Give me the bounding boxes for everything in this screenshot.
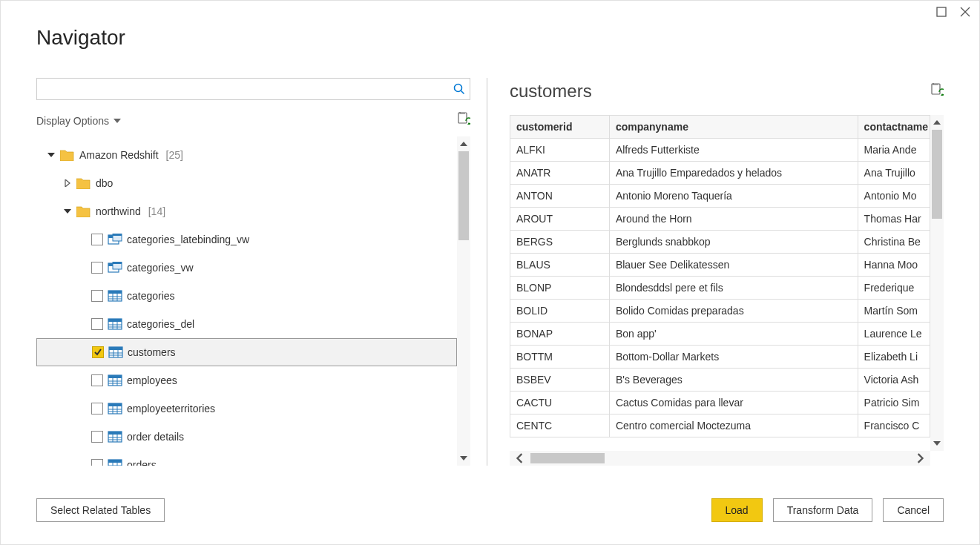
- checkbox[interactable]: [91, 403, 103, 414]
- table-cell: Maria Ande: [858, 139, 930, 162]
- tree-node-table[interactable]: customers: [36, 338, 457, 366]
- tree-node-table[interactable]: categories: [36, 282, 457, 310]
- column-header[interactable]: customerid: [510, 116, 610, 139]
- table-cell: BOLID: [510, 300, 610, 323]
- table-row[interactable]: ANATRAna Trujillo Emparedados y heladosA…: [510, 162, 930, 185]
- table-row[interactable]: BSBEVB's BeveragesVictoria Ash: [510, 369, 930, 392]
- svg-rect-0: [937, 7, 946, 16]
- tree-node-table[interactable]: orders: [36, 451, 457, 466]
- tree-scrollbar[interactable]: [457, 136, 470, 466]
- load-button[interactable]: Load: [711, 498, 763, 522]
- tree-node-table[interactable]: categories_latebinding_vw: [36, 225, 457, 254]
- column-header[interactable]: companyname: [609, 116, 858, 139]
- caret-expanded-icon: [63, 208, 72, 215]
- table-cell: BOTTM: [510, 346, 610, 369]
- tree-node-label: categories_vw: [127, 262, 194, 274]
- checkbox[interactable]: [91, 290, 103, 302]
- column-header[interactable]: contactname: [858, 116, 930, 139]
- table-row[interactable]: BLAUSBlauer See DelikatessenHanna Moo: [510, 254, 930, 277]
- svg-marker-66: [933, 441, 941, 446]
- table-cell: ANATR: [510, 162, 610, 185]
- table-row[interactable]: BOLIDBolido Comidas preparadasMartín Som: [510, 300, 930, 323]
- scroll-right-icon[interactable]: [910, 453, 930, 463]
- scroll-up-icon[interactable]: [459, 136, 468, 151]
- view-icon: [108, 234, 122, 245]
- svg-rect-20: [108, 291, 122, 294]
- scroll-down-icon[interactable]: [459, 451, 468, 466]
- tree-node-table[interactable]: categories_del: [36, 310, 457, 338]
- preview-title: customers: [510, 81, 592, 102]
- tree-node-table[interactable]: employeeterritories: [36, 394, 457, 423]
- folder-icon: [76, 177, 91, 189]
- svg-point-3: [455, 85, 462, 92]
- grid-horizontal-scrollbar[interactable]: [510, 451, 930, 466]
- chevron-down-icon: [114, 115, 121, 127]
- checkbox[interactable]: [92, 346, 104, 358]
- svg-rect-56: [108, 460, 122, 463]
- search-input[interactable]: [37, 80, 449, 98]
- table-cell: BLAUS: [510, 254, 610, 277]
- tree-node-table[interactable]: categories_vw: [36, 254, 457, 282]
- scrollbar-thumb[interactable]: [458, 151, 469, 240]
- table-row[interactable]: ANTONAntonio Moreno TaqueríaAntonio Mo: [510, 185, 930, 208]
- checkbox[interactable]: [91, 234, 103, 245]
- table-row[interactable]: CACTUCactus Comidas para llevarPatricio …: [510, 392, 930, 414]
- scroll-down-icon[interactable]: [933, 436, 941, 451]
- table-cell: Victoria Ash: [858, 369, 930, 392]
- tree-node-table[interactable]: order details: [36, 423, 457, 451]
- table-row[interactable]: BONAPBon app'Laurence Le: [510, 323, 930, 346]
- folder-icon: [76, 205, 91, 217]
- table-icon: [108, 431, 122, 443]
- svg-marker-65: [933, 120, 941, 125]
- maximize-button[interactable]: [936, 7, 947, 17]
- cancel-button[interactable]: Cancel: [883, 498, 944, 522]
- svg-rect-44: [108, 403, 122, 406]
- table-row[interactable]: BERGSBerglunds snabbkopChristina Be: [510, 231, 930, 254]
- refresh-preview-button[interactable]: [930, 83, 944, 100]
- table-cell: Martín Som: [858, 300, 930, 323]
- scrollbar-thumb[interactable]: [932, 130, 942, 219]
- tree-node-label: Amazon Redshift: [79, 149, 159, 161]
- table-row[interactable]: BLONPBlondesddsl pere et filsFrederique: [510, 277, 930, 300]
- table-cell: Patricio Sim: [858, 392, 930, 414]
- transform-data-button[interactable]: Transform Data: [773, 498, 873, 522]
- checkbox[interactable]: [91, 459, 103, 466]
- search-box[interactable]: [36, 78, 470, 100]
- grid-vertical-scrollbar[interactable]: [930, 115, 944, 451]
- tree-node-schema-northwind[interactable]: northwind [14]: [36, 197, 457, 225]
- tree-node-count: [14]: [148, 205, 165, 217]
- tree-node-datasource[interactable]: Amazon Redshift [25]: [36, 141, 457, 169]
- svg-rect-38: [108, 375, 122, 378]
- table-cell: CENTC: [510, 414, 610, 437]
- scrollbar-thumb[interactable]: [530, 453, 605, 463]
- tree-node-label: dbo: [96, 177, 113, 189]
- tree-node-label: employees: [127, 374, 177, 386]
- tree-node-count: [25]: [166, 149, 183, 161]
- table-row[interactable]: BOTTMBottom-Dollar MarketsElizabeth Li: [510, 346, 930, 369]
- svg-rect-32: [109, 347, 122, 350]
- checkbox[interactable]: [91, 318, 103, 330]
- table-row[interactable]: CENTCCentro comercial MoctezumaFrancisco…: [510, 414, 930, 437]
- checkbox[interactable]: [91, 374, 103, 386]
- search-icon[interactable]: [449, 83, 470, 95]
- select-related-tables-button[interactable]: Select Related Tables: [36, 498, 165, 522]
- scroll-left-icon[interactable]: [510, 453, 530, 463]
- table-cell: CACTU: [510, 392, 610, 414]
- table-cell: Francisco C: [858, 414, 930, 437]
- svg-marker-9: [65, 179, 70, 187]
- refresh-tree-button[interactable]: [457, 112, 470, 129]
- table-cell: Berglunds snabbkop: [609, 231, 858, 254]
- checkbox[interactable]: [91, 262, 103, 274]
- table-row[interactable]: ALFKIAlfreds FutterkisteMaria Ande: [510, 139, 930, 162]
- svg-marker-10: [64, 209, 71, 214]
- tree-node-table[interactable]: employees: [36, 366, 457, 394]
- table-row[interactable]: AROUTAround the HornThomas Har: [510, 208, 930, 231]
- checkbox[interactable]: [91, 431, 103, 443]
- display-options-dropdown[interactable]: Display Options: [36, 115, 121, 127]
- close-button[interactable]: [960, 7, 970, 17]
- table-cell: ANTON: [510, 185, 610, 208]
- scroll-up-icon[interactable]: [933, 115, 941, 130]
- tree-node-schema-dbo[interactable]: dbo: [36, 169, 457, 197]
- table-cell: Frederique: [858, 277, 930, 300]
- tree-node-label: categories: [127, 290, 175, 302]
